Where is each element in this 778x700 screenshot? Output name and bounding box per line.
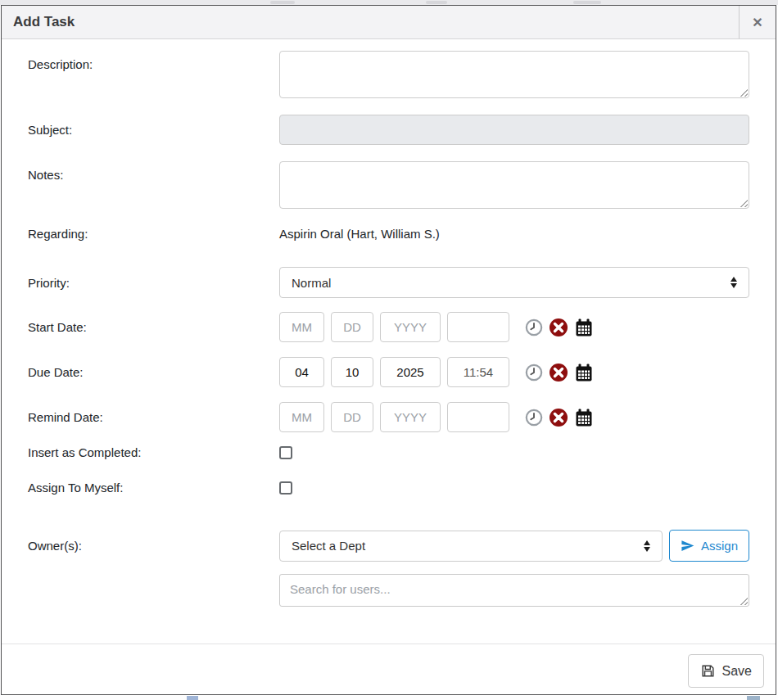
field-row-insert-as-completed: Insert as Completed:: [28, 445, 749, 459]
background-artifact: [187, 696, 198, 700]
priority-select[interactable]: Normal: [279, 267, 749, 298]
save-button[interactable]: Save: [688, 654, 764, 688]
description-input[interactable]: [279, 51, 749, 98]
due-date-label: Due Date:: [28, 365, 279, 379]
start-date-label: Start Date:: [28, 320, 279, 334]
due-date-day-input[interactable]: [331, 357, 373, 387]
background-artifact: [426, 1, 447, 4]
dialog-title: Add Task: [2, 14, 75, 30]
page: Add Task ✕ Description: Subject:: [0, 0, 778, 700]
field-row-due-date: Due Date:: [28, 357, 749, 387]
remind-date-year-input[interactable]: [380, 402, 441, 432]
calendar-icon[interactable]: [574, 408, 594, 427]
clock-icon[interactable]: [525, 364, 543, 382]
priority-label: Priority:: [28, 276, 279, 290]
dialog-body: Description: Subject: Notes:: [2, 39, 776, 616]
save-button-label: Save: [722, 664, 752, 679]
clock-icon[interactable]: [525, 318, 543, 336]
select-updown-icon: [731, 277, 737, 288]
add-task-dialog: Add Task ✕ Description: Subject:: [1, 5, 776, 695]
subject-input: [279, 115, 749, 145]
insert-as-completed-checkbox[interactable]: [279, 446, 292, 459]
notes-label: Notes:: [28, 161, 279, 182]
background-artifact: [270, 1, 295, 4]
subject-label: Subject:: [28, 123, 279, 137]
select-updown-icon: [644, 540, 650, 552]
field-row-remind-date: Remind Date:: [28, 402, 749, 432]
dept-select[interactable]: Select a Dept: [279, 531, 663, 562]
due-date-time-input[interactable]: [447, 357, 509, 387]
clock-icon[interactable]: [525, 409, 543, 427]
assign-to-myself-label: Assign To Myself:: [28, 481, 279, 495]
user-search-input[interactable]: [279, 574, 749, 607]
background-artifact: [573, 1, 601, 4]
dialog-header: Add Task ✕: [2, 6, 776, 39]
start-date-month-input[interactable]: [279, 312, 324, 342]
clear-date-icon[interactable]: [549, 318, 568, 337]
dialog-footer: Save: [2, 644, 776, 694]
due-date-year-input[interactable]: [380, 357, 441, 387]
field-row-notes: Notes:: [28, 161, 749, 209]
start-date-time-input[interactable]: [447, 312, 509, 342]
dept-select-value: Select a Dept: [292, 539, 365, 553]
clear-date-icon[interactable]: [549, 408, 568, 427]
background-page-bottom: [0, 695, 778, 700]
field-row-start-date: Start Date:: [28, 312, 749, 342]
remind-date-month-input[interactable]: [279, 402, 324, 432]
remind-date-day-input[interactable]: [331, 402, 373, 432]
start-date-day-input[interactable]: [331, 312, 373, 342]
field-row-priority: Priority: Normal: [28, 267, 749, 298]
field-row-description: Description:: [28, 51, 749, 98]
priority-select-value: Normal: [292, 276, 331, 290]
remind-date-time-input[interactable]: [447, 402, 509, 432]
field-row-owners: Owner(s): Select a Dept Assign: [28, 530, 749, 562]
remind-date-label: Remind Date:: [28, 410, 279, 424]
owners-label: Owner(s):: [28, 539, 279, 553]
clear-date-icon[interactable]: [549, 363, 568, 382]
field-row-user-search: [28, 574, 749, 607]
description-label: Description:: [28, 51, 279, 71]
regarding-value: Aspirin Oral (Hart, William S.): [279, 227, 440, 241]
background-artifact: [747, 696, 760, 700]
field-row-assign-to-myself: Assign To Myself:: [28, 481, 749, 495]
floppy-disk-icon: [700, 663, 716, 679]
close-button[interactable]: ✕: [739, 6, 776, 38]
notes-input[interactable]: [279, 161, 749, 209]
field-row-regarding: Regarding: Aspirin Oral (Hart, William S…: [28, 227, 749, 241]
start-date-year-input[interactable]: [380, 312, 441, 342]
assign-to-myself-checkbox[interactable]: [279, 481, 292, 495]
regarding-label: Regarding:: [28, 227, 279, 241]
calendar-icon[interactable]: [574, 363, 594, 382]
close-icon: ✕: [752, 15, 762, 30]
paper-plane-icon: [681, 539, 694, 553]
calendar-icon[interactable]: [574, 318, 594, 337]
due-date-month-input[interactable]: [279, 357, 324, 387]
assign-button-label: Assign: [701, 539, 738, 553]
field-row-subject: Subject:: [28, 115, 749, 145]
assign-button[interactable]: Assign: [669, 530, 749, 562]
insert-as-completed-label: Insert as Completed:: [28, 445, 279, 459]
